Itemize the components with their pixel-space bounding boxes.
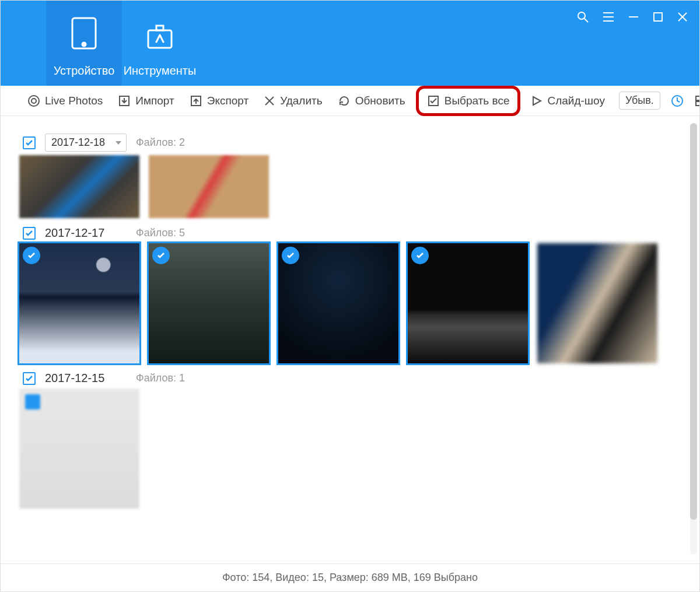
import-icon xyxy=(118,94,131,107)
file-count: Файлов: 2 xyxy=(136,136,185,149)
export-button[interactable]: Экспорт xyxy=(183,91,256,111)
device-icon xyxy=(71,16,97,52)
svg-marker-20 xyxy=(533,97,541,105)
group-date: 2017-12-17 xyxy=(45,226,127,240)
delete-label: Удалить xyxy=(280,94,323,107)
search-icon[interactable] xyxy=(577,11,589,23)
close-button[interactable] xyxy=(677,12,688,22)
select-all-icon xyxy=(427,94,440,107)
refresh-button[interactable]: Обновить xyxy=(331,91,412,111)
svg-point-4 xyxy=(578,12,585,19)
group-header: 2017-12-18Файлов: 2 xyxy=(23,134,681,152)
svg-point-13 xyxy=(29,96,39,106)
group-checkbox[interactable] xyxy=(23,227,36,240)
photo-content: 2017-12-18Файлов: 22017-12-17Файлов: 520… xyxy=(1,116,699,563)
group-header: 2017-12-17Файлов: 5 xyxy=(23,226,681,240)
svg-line-5 xyxy=(584,19,588,22)
scrollbar[interactable] xyxy=(690,123,697,555)
scrollbar-thumb[interactable] xyxy=(690,123,697,520)
selected-badge-icon xyxy=(282,247,299,264)
play-icon xyxy=(531,95,542,107)
import-label: Импорт xyxy=(135,94,174,107)
photo-thumbnail[interactable] xyxy=(149,155,269,218)
tools-icon xyxy=(146,24,174,52)
tab-device[interactable]: Устройство xyxy=(46,1,122,86)
photo-thumbnail[interactable] xyxy=(19,388,139,509)
delete-icon xyxy=(264,95,275,107)
slideshow-button[interactable]: Слайд-шоу xyxy=(524,91,612,111)
file-count: Файлов: 1 xyxy=(136,372,185,384)
sort-button[interactable]: Убыв. xyxy=(619,92,660,110)
menu-icon[interactable] xyxy=(603,12,614,22)
delete-button[interactable]: Удалить xyxy=(257,91,330,111)
svg-rect-22 xyxy=(696,96,700,100)
select-all-button[interactable]: Выбрать все xyxy=(416,86,521,116)
selected-badge-icon xyxy=(411,247,429,264)
group-checkbox[interactable] xyxy=(23,136,36,149)
app-header: Устройство Инструменты xyxy=(1,1,699,86)
photo-thumbnail[interactable] xyxy=(19,155,139,218)
thumb-row xyxy=(19,155,681,218)
group-date: 2017-12-15 xyxy=(45,372,127,385)
live-photos-icon xyxy=(27,94,40,107)
selected-badge-icon xyxy=(152,247,170,264)
refresh-label: Обновить xyxy=(355,94,405,107)
grid-view-icon[interactable] xyxy=(694,94,700,107)
live-photos-label: Live Photos xyxy=(45,94,103,107)
thumb-row xyxy=(19,243,681,363)
maximize-button[interactable] xyxy=(653,12,663,22)
photo-thumbnail[interactable] xyxy=(537,243,657,363)
photo-group: 2017-12-18Файлов: 2 xyxy=(19,134,681,218)
status-text: Фото: 154, Видео: 15, Размер: 689 MB, 16… xyxy=(222,572,478,584)
photo-group: 2017-12-15Файлов: 1 xyxy=(19,372,681,509)
svg-rect-3 xyxy=(156,26,163,30)
tab-device-label: Устройство xyxy=(54,64,115,78)
live-photos-button[interactable]: Live Photos xyxy=(20,91,110,111)
export-label: Экспорт xyxy=(207,94,249,107)
photo-group: 2017-12-17Файлов: 5 xyxy=(19,226,681,363)
select-all-label: Выбрать все xyxy=(444,94,510,107)
tab-tools[interactable]: Инструменты xyxy=(122,1,198,86)
photo-thumbnail[interactable] xyxy=(278,243,398,363)
svg-point-1 xyxy=(82,43,86,46)
date-dropdown[interactable]: 2017-12-18 xyxy=(45,134,127,152)
file-count: Файлов: 5 xyxy=(136,227,185,239)
group-header: 2017-12-15Файлов: 1 xyxy=(23,372,681,385)
refresh-icon xyxy=(338,94,351,107)
import-button[interactable]: Импорт xyxy=(111,91,181,111)
window-controls xyxy=(577,11,688,23)
tab-tools-label: Инструменты xyxy=(124,64,197,78)
svg-rect-2 xyxy=(148,30,172,48)
selected-badge-icon xyxy=(23,247,40,264)
photo-thumbnail[interactable] xyxy=(149,243,269,363)
photo-thumbnail[interactable] xyxy=(19,243,139,363)
thumb-row xyxy=(19,388,681,509)
minimize-button[interactable] xyxy=(628,12,639,22)
status-bar: Фото: 154, Видео: 15, Размер: 689 MB, 16… xyxy=(1,563,699,591)
toolbar: Live Photos Импорт Экспорт Удалить Обнов… xyxy=(1,86,699,116)
clock-icon[interactable] xyxy=(671,94,684,107)
sort-label: Убыв. xyxy=(625,94,654,106)
svg-rect-24 xyxy=(696,101,700,106)
export-icon xyxy=(190,94,202,107)
slideshow-label: Слайд-шоу xyxy=(547,94,605,107)
svg-rect-10 xyxy=(654,13,662,21)
photo-thumbnail[interactable] xyxy=(408,243,528,363)
group-checkbox[interactable] xyxy=(23,372,36,385)
svg-point-14 xyxy=(32,99,36,103)
